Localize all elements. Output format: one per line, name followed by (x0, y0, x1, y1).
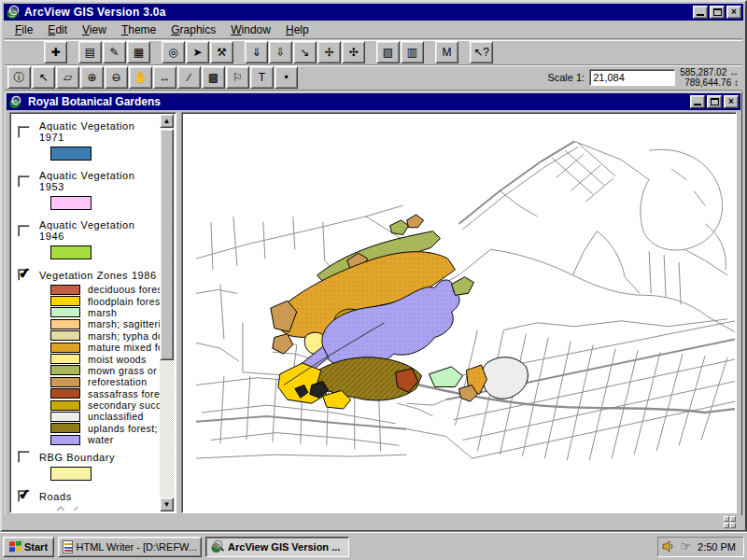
task-arcview[interactable]: ArcView GIS Version ... (205, 537, 349, 557)
legend-class: floodplain forest (50, 295, 160, 306)
zoom-selected-button[interactable]: ↘ (293, 41, 317, 63)
class-label: marsh; sagitteria dor (88, 318, 160, 329)
menu-window[interactable]: Window (224, 21, 277, 38)
query-builder-button[interactable]: ⚒ (210, 41, 233, 63)
class-label: uplands forest; mixe (88, 423, 160, 434)
locate-address-button[interactable]: ➤ (186, 41, 209, 63)
taskbar: Start HTML Writer - [D:\REFW... ArcView … (0, 532, 747, 560)
media-viewer-button[interactable]: M (435, 41, 458, 63)
layer-checkbox[interactable] (18, 126, 30, 138)
table-of-contents: Aquatic Vegetation 1971 Aquatic Vegetati… (9, 112, 176, 513)
layer-roads[interactable]: Roads (12, 484, 160, 511)
legend-class: moist woods (50, 353, 160, 364)
class-swatch (50, 423, 80, 433)
layer-checkbox[interactable] (18, 451, 30, 463)
close-button[interactable]: × (726, 6, 741, 19)
draw-line-tool[interactable]: ∕ (177, 66, 201, 89)
find-button[interactable]: ◎ (162, 41, 185, 63)
scroll-up-icon[interactable]: ▲ (160, 114, 174, 128)
identify-tool[interactable]: ⓘ (7, 66, 31, 89)
label-tool[interactable]: ⚐ (226, 66, 249, 89)
edit-legend-icon: ✎ (109, 46, 119, 59)
start-label: Start (24, 541, 48, 553)
layer-vegetation-zones[interactable]: Vegetation Zones 1986 deciduous forest f… (12, 263, 160, 445)
zoom-full-extent-button[interactable]: ⇓ (245, 41, 268, 63)
view-title-bar[interactable]: Royal Botanical Gardens × (7, 93, 740, 110)
layer-name[interactable]: Vegetation Zones 1986 (39, 270, 157, 281)
zoom-out-fixed-button[interactable]: ✣ (342, 41, 365, 63)
class-label: sassafrass forest (88, 388, 160, 399)
menu-theme[interactable]: Theme (115, 21, 162, 38)
toggle-legend-button[interactable]: ▥ (401, 41, 424, 63)
menu-view[interactable]: View (76, 21, 113, 38)
pan-tool[interactable]: ✋ (129, 66, 152, 89)
menu-help[interactable]: Help (279, 21, 316, 38)
layer-aquatic-1946[interactable]: Aquatic Vegetation 1946 (12, 214, 160, 259)
layer-name[interactable]: Aquatic Vegetation 1953 (39, 170, 160, 192)
menu-graphics[interactable]: Graphics (164, 21, 222, 38)
view-maximize-button[interactable] (707, 95, 722, 108)
zoom-out-tool[interactable]: ⊖ (105, 66, 128, 89)
zoom-in-fixed-button[interactable]: ✢ (317, 41, 341, 63)
help-pointer-icon: ↖? (473, 46, 489, 59)
class-label: reforestation (88, 376, 148, 387)
scale-input[interactable] (589, 69, 675, 86)
menu-edit[interactable]: Edit (41, 21, 74, 38)
layer-name[interactable]: Aquatic Vegetation 1971 (39, 120, 160, 143)
layer-aquatic-1971[interactable]: Aquatic Vegetation 1971 (12, 115, 160, 161)
vertex-edit-tool[interactable]: ▱ (56, 66, 79, 89)
class-swatch (50, 285, 80, 295)
toc-scrollbar[interactable]: ▲ ▼ (160, 114, 175, 511)
layer-checkbox[interactable] (18, 490, 30, 502)
draw-point-tool[interactable]: • (275, 66, 298, 89)
media-viewer-icon: M (443, 46, 452, 59)
layer-checkbox[interactable] (18, 175, 30, 188)
layer-name[interactable]: RBG Boundary (39, 452, 115, 463)
map-panel (181, 112, 737, 513)
class-swatch (50, 377, 80, 387)
class-label: mature mixed forest (88, 342, 160, 353)
theme-properties-button[interactable]: ▤ (78, 41, 102, 63)
class-label: marsh (88, 307, 117, 318)
marsh-polygon (430, 367, 463, 387)
speaker-icon[interactable] (662, 540, 675, 553)
tools-toolbar: ⓘ ↖ ▱ ⊕ ⊖ ✋ ↔ ∕ ▩ ⚐ T • Scale 1: 585,287… (5, 65, 742, 91)
title-bar[interactable]: ArcView GIS Version 3.0a × (4, 4, 743, 21)
view-minimize-button[interactable] (690, 95, 705, 108)
vertex-edit-icon: ▱ (63, 71, 72, 84)
layer-aquatic-1953[interactable]: Aquatic Vegetation 1953 (12, 164, 160, 210)
h-arrow-icon: ↔ (729, 67, 739, 77)
view-close-button[interactable]: × (724, 95, 739, 108)
save-project-button[interactable]: ✚ (44, 41, 67, 63)
measure-tool[interactable]: ↔ (153, 66, 176, 89)
text-tool[interactable]: T (250, 66, 274, 89)
select-by-graphic-button[interactable]: ▨ (376, 41, 400, 63)
resize-grip-icon[interactable] (724, 516, 736, 528)
layer-rbg-boundary[interactable]: RBG Boundary (12, 445, 160, 481)
layer-name[interactable]: Aquatic Vegetation 1946 (39, 219, 160, 242)
coord-y: 789,644.76 (684, 77, 731, 88)
menu-file[interactable]: File (8, 21, 39, 38)
zoom-active-theme-button[interactable]: ⇩ (269, 41, 292, 63)
pointer-hand-icon[interactable]: ☞ (680, 539, 691, 553)
edit-legend-button[interactable]: ✎ (103, 41, 126, 63)
html-writer-icon (63, 540, 72, 553)
minimize-button[interactable] (693, 6, 708, 19)
layer-name[interactable]: Roads (39, 491, 72, 502)
task-html-writer[interactable]: HTML Writer - [D:\REFW... (58, 537, 202, 557)
layer-checkbox[interactable] (18, 225, 30, 237)
pan-icon: ✋ (134, 71, 148, 84)
scrollbar-thumb[interactable] (160, 129, 174, 360)
maximize-button[interactable] (710, 6, 725, 19)
zoom-in-tool[interactable]: ⊕ (80, 66, 104, 89)
legend-class: water (50, 434, 160, 445)
start-button[interactable]: Start (3, 537, 54, 557)
select-feature-tool[interactable]: ▩ (202, 66, 225, 89)
pointer-tool[interactable]: ↖ (32, 66, 55, 89)
help-pointer-button[interactable]: ↖? (470, 41, 493, 63)
map-canvas[interactable] (183, 114, 735, 511)
scroll-down-icon[interactable]: ▼ (160, 497, 174, 511)
layer-checkbox[interactable] (18, 269, 30, 281)
open-theme-table-button[interactable]: ▦ (127, 41, 150, 63)
coord-x: 585,287.02 (680, 67, 726, 77)
